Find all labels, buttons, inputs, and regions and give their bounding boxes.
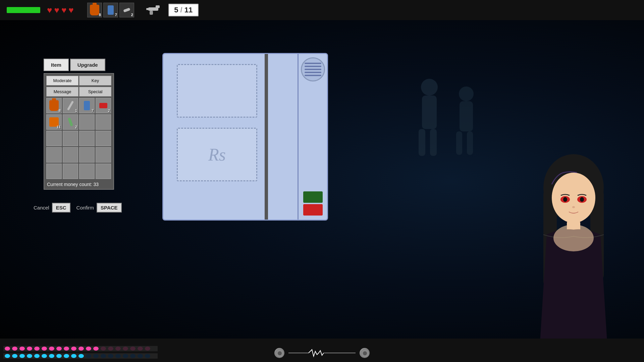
filter-message[interactable]: Message xyxy=(46,87,78,97)
heart-3: ♥ xyxy=(61,5,66,15)
money-count: Current money count: 33 xyxy=(46,182,111,187)
cell-count-4: 11 xyxy=(57,125,61,129)
character-portrait xyxy=(503,141,644,342)
hearts-container: ♥ ♥ ♥ ♥ xyxy=(47,5,74,15)
svg-point-53 xyxy=(78,354,84,358)
grid-cell-17[interactable] xyxy=(63,164,78,179)
grid-cell-9[interactable] xyxy=(63,131,78,146)
svg-point-49 xyxy=(49,354,54,358)
svg-rect-6 xyxy=(456,131,462,155)
grid-cell-18[interactable] xyxy=(79,164,95,179)
svg-point-0 xyxy=(421,79,438,96)
grid-cell-15[interactable] xyxy=(96,147,111,163)
svg-rect-11 xyxy=(146,8,150,10)
svg-point-15 xyxy=(552,173,595,223)
cell-count-1: 1 xyxy=(75,109,77,113)
grid-cell-3[interactable]: 2 xyxy=(96,98,111,113)
grid-cell-11[interactable] xyxy=(96,131,111,146)
svg-point-60 xyxy=(130,354,136,358)
hud-item-1[interactable]: 8 xyxy=(87,3,102,17)
grid-cell-16[interactable] xyxy=(46,164,62,179)
hud-item-3-count: 2 xyxy=(131,13,133,17)
confirm-key[interactable]: SPACE xyxy=(97,203,122,213)
grid-cell-6[interactable] xyxy=(79,114,95,130)
filter-moderate[interactable]: Moderate xyxy=(46,76,78,85)
svg-point-25 xyxy=(19,347,25,351)
heart-4: ♥ xyxy=(68,5,73,15)
svg-point-64 xyxy=(278,351,282,355)
svg-point-20 xyxy=(572,206,575,208)
svg-point-22 xyxy=(553,225,594,251)
grid-cell-12[interactable] xyxy=(46,147,62,163)
svg-rect-3 xyxy=(430,129,437,156)
grid-cell-2[interactable]: 7 xyxy=(79,98,95,113)
grid-cell-13[interactable] xyxy=(63,147,78,163)
svg-point-28 xyxy=(42,347,47,351)
grid-cell-4[interactable]: 11 xyxy=(46,114,62,130)
grid-cell-10[interactable] xyxy=(79,131,95,146)
tab-item[interactable]: Item xyxy=(44,59,69,71)
filter-special[interactable]: Special xyxy=(79,87,111,97)
gun-icon xyxy=(145,3,162,16)
svg-point-4 xyxy=(459,86,474,101)
hud-item-1-count: 8 xyxy=(99,13,101,17)
hud-item-3[interactable]: 2 xyxy=(119,3,134,17)
svg-point-27 xyxy=(34,347,40,351)
heart-1: ♥ xyxy=(47,5,52,15)
tab-upgrade[interactable]: Upgrade xyxy=(70,59,105,71)
svg-point-42 xyxy=(145,347,150,351)
svg-point-35 xyxy=(93,347,99,351)
shop-panel: Rs xyxy=(162,53,328,221)
bottom-hud xyxy=(0,339,644,362)
ammo-counter: 5 / 11 xyxy=(168,4,199,16)
sound-icon-left xyxy=(274,348,284,358)
svg-point-55 xyxy=(93,354,99,358)
hud-item-3-icon xyxy=(123,8,130,12)
svg-point-44 xyxy=(12,354,17,358)
cell-count-2: 7 xyxy=(92,109,94,113)
svg-rect-7 xyxy=(467,131,473,155)
item-orange-bottle xyxy=(49,100,59,111)
cancel-key[interactable]: ESC xyxy=(52,203,70,213)
svg-point-19 xyxy=(580,197,584,202)
grid-cell-8[interactable] xyxy=(46,131,62,146)
item-knife xyxy=(67,101,74,111)
shop-red-button[interactable] xyxy=(303,204,323,216)
tab-row: Item Upgrade xyxy=(44,59,114,71)
svg-point-61 xyxy=(138,354,143,358)
hud-item-2[interactable]: 7 xyxy=(103,3,118,17)
svg-point-48 xyxy=(42,354,47,358)
svg-point-38 xyxy=(115,347,121,351)
background-figures xyxy=(369,27,503,261)
sound-wave-area xyxy=(274,348,370,358)
grid-cell-5[interactable]: 2 xyxy=(63,114,78,130)
svg-rect-10 xyxy=(150,11,153,15)
speaker-line-5 xyxy=(305,75,321,76)
svg-point-37 xyxy=(108,347,113,351)
shop-slot-top xyxy=(177,64,257,118)
wave-svg xyxy=(288,348,356,358)
svg-point-29 xyxy=(49,347,54,351)
svg-point-57 xyxy=(108,354,113,358)
shop-green-button[interactable] xyxy=(303,191,323,203)
grid-cell-7[interactable] xyxy=(96,114,111,130)
svg-point-30 xyxy=(56,347,62,351)
svg-point-56 xyxy=(101,354,106,358)
filter-key[interactable]: Key xyxy=(79,76,111,85)
svg-point-18 xyxy=(563,197,567,202)
grid-cell-19[interactable] xyxy=(96,164,111,179)
svg-rect-2 xyxy=(419,129,425,156)
grid-cell-0[interactable]: 8 xyxy=(46,98,62,113)
svg-point-41 xyxy=(138,347,143,351)
grid-cell-14[interactable] xyxy=(79,147,95,163)
svg-point-39 xyxy=(123,347,128,351)
inv-panel-inner: Moderate Key Message Special 8 1 7 2 xyxy=(44,73,114,190)
cell-count-5: 2 xyxy=(75,125,77,129)
filter-row-2: Message Special xyxy=(46,87,111,97)
heart-2: ♥ xyxy=(54,5,59,15)
gun-container xyxy=(145,3,162,17)
pink-dots-filled xyxy=(5,347,150,351)
speaker-line-1 xyxy=(305,63,321,64)
sound-icon-right-svg xyxy=(360,349,370,358)
grid-cell-1[interactable]: 1 xyxy=(63,98,78,113)
